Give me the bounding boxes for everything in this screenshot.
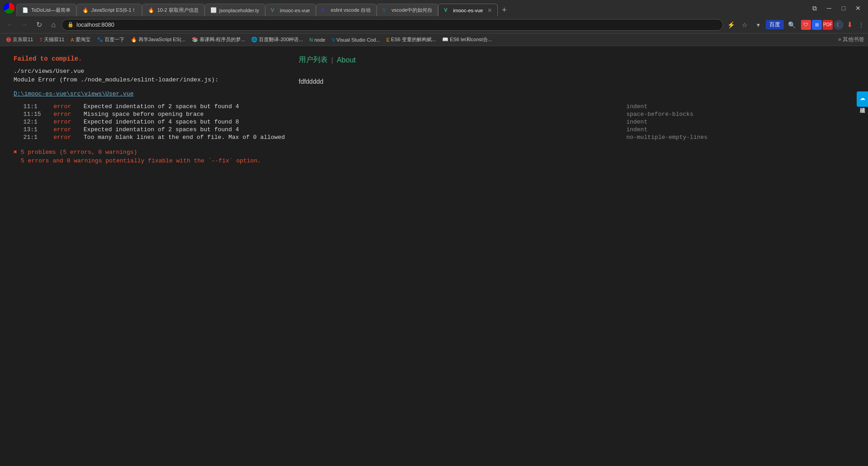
tab-favicon-vscode: V xyxy=(382,7,389,14)
bookmarks-overflow-button[interactable]: » 其他书签 xyxy=(838,36,864,43)
tab-js-es6[interactable]: 🔥 JavaScript ES(6-1！ xyxy=(76,4,143,16)
tab-todo[interactable]: 📄 ToDoList—最简单 xyxy=(16,4,76,16)
bookmark-mooc[interactable]: 📚 慕课网-程序员的梦... xyxy=(189,35,248,44)
tab-jsonph[interactable]: ⬜ jsonplaceholder.ty xyxy=(205,4,265,16)
address-bar[interactable]: 🔒 localhost:8080 xyxy=(62,19,723,31)
bookmark-baidu-label: 百度一下 xyxy=(105,36,124,43)
tab-label-todo: ToDoList—最简单 xyxy=(31,7,71,14)
tab-imooc1[interactable]: V imooc-es-vue xyxy=(265,4,316,16)
darkmode-icon[interactable]: ☾ xyxy=(834,20,844,30)
compile-error-title: Failed to compile. xyxy=(14,55,854,62)
bookmark-es6-label: ES6 变量的解构赋... xyxy=(391,36,436,43)
bookmark-es6-let-icon: 📖 xyxy=(442,37,448,43)
apps-icon[interactable]: ⊞ xyxy=(812,20,822,30)
bookmark-translate-label: 百度翻译-200种语... xyxy=(259,36,303,43)
baidu-search-icon[interactable]: 百度 xyxy=(766,20,784,29)
bookmark-baidu[interactable]: 🐾 百度一下 xyxy=(94,35,127,44)
rss-icon[interactable]: ⬇ xyxy=(844,20,854,30)
tab-close-imooc2[interactable]: ✕ xyxy=(487,7,492,14)
tab-label-imooc1: imooc-es-vue xyxy=(280,8,310,13)
bookmark-node-icon: N xyxy=(310,37,313,43)
error-msg-3: Expected indentation of 4 spaces but fou… xyxy=(74,118,616,126)
tab-favicon-eslint: E xyxy=(322,7,328,14)
back-button[interactable]: ← xyxy=(4,19,16,31)
error-type-3: error xyxy=(44,118,74,126)
bookmark-jd-label: 京东双11 xyxy=(13,36,33,43)
pdf-icon[interactable]: PDF xyxy=(823,20,833,30)
bookmark-star-icon[interactable]: ☆ xyxy=(739,19,750,31)
bookmark-vscode[interactable]: V Visual Studio Cod... xyxy=(329,36,383,43)
bookmark-tmall[interactable]: T 天猫双11 xyxy=(37,35,67,44)
forward-button[interactable]: → xyxy=(18,19,31,31)
error-rule-1: indent xyxy=(616,103,854,110)
bookmark-tmall-icon: T xyxy=(39,37,43,43)
refresh-button[interactable]: ↻ xyxy=(33,19,45,31)
nav-about[interactable]: About xyxy=(337,56,356,64)
tab-fetch[interactable]: 🔥 10-2 获取用户信息 xyxy=(142,4,204,16)
file-link[interactable]: D:\imooc-es-vue\src\views\User.vue xyxy=(14,90,854,97)
error-type-4: error xyxy=(44,126,74,133)
nav-user-list[interactable]: 用户列表 xyxy=(299,55,328,65)
floating-cloud-icon: ☁ xyxy=(859,95,866,101)
lightning-icon[interactable]: ⚡ xyxy=(725,19,737,31)
page-content: Failed to compile. ./src/views/User.vue … xyxy=(0,46,868,466)
home-button[interactable]: ⌂ xyxy=(47,19,60,31)
bookmark-es6-destruct[interactable]: E ES6 变量的解构赋... xyxy=(384,35,439,44)
error-row-3: 12:1 error Expected indentation of 4 spa… xyxy=(14,118,854,126)
bookmark-tmall-label: 天猫双11 xyxy=(44,36,64,43)
error-rule-5: no-multiple-empty-lines xyxy=(616,133,854,141)
bookmark-js-es6[interactable]: 🔥 再学JavaScript ES(... xyxy=(128,35,188,44)
tab-favicon-imooc1: V xyxy=(271,7,277,14)
error-type-1: error xyxy=(44,103,74,110)
more-dropdown-icon[interactable]: ▾ xyxy=(752,19,764,31)
browser-extension-icons: 🛡 ⊞ PDF ☾ ⬇ xyxy=(801,20,854,30)
window-minimize-btn[interactable]: ─ xyxy=(823,2,835,14)
page-nav: 用户列表 | About xyxy=(299,55,356,65)
error-rule-2: space-before-blocks xyxy=(616,110,854,118)
tab-imooc2[interactable]: V imooc-es-vue ✕ xyxy=(438,4,498,16)
error-row-5: 21:1 error Too many blank lines at the e… xyxy=(14,133,854,141)
bookmark-taobao[interactable]: A 爱淘宝 xyxy=(68,35,93,44)
search-icon[interactable]: 🔍 xyxy=(786,19,797,31)
bookmark-translate[interactable]: 🌐 百度翻译-200种语... xyxy=(248,35,305,44)
bookmark-jd[interactable]: 🅙 京东双11 xyxy=(4,35,36,44)
title-bar: 📄 ToDoList—最简单 🔥 JavaScript ES(6-1！ 🔥 10… xyxy=(0,0,868,16)
error-row-1: 11:1 error Expected indentation of 2 spa… xyxy=(14,103,854,110)
bookmark-js-icon: 🔥 xyxy=(131,37,137,43)
new-tab-button[interactable]: + xyxy=(498,4,510,16)
bookmark-jd-icon: 🅙 xyxy=(6,37,11,43)
floating-cloud-button[interactable]: ☁ 福建 xyxy=(857,91,868,107)
bookmark-node[interactable]: N node xyxy=(307,36,328,43)
tab-favicon-fetch: 🔥 xyxy=(148,7,154,14)
chrome-menu-button[interactable]: ⋮ xyxy=(858,21,864,29)
error-rule-4: indent xyxy=(616,126,854,133)
tab-favicon-js: 🔥 xyxy=(82,7,89,14)
bookmark-vscode-icon: V xyxy=(332,37,335,43)
tab-favicon-imooc2: V xyxy=(444,7,450,14)
window-maximize-btn[interactable]: □ xyxy=(837,2,850,14)
tab-vscode[interactable]: V vscode中的如何自 xyxy=(377,4,438,16)
tab-label-eslint: eslint vscode 自动 xyxy=(331,7,371,14)
chrome-logo xyxy=(4,3,14,14)
bookmark-vscode-label: Visual Studio Cod... xyxy=(336,37,380,43)
error-msg-1: Expected indentation of 2 spaces but fou… xyxy=(74,103,616,110)
tab-label-imooc2: imooc-es-vue xyxy=(453,8,483,13)
error-line-3: 12:1 xyxy=(14,118,44,126)
address-lock-icon: 🔒 xyxy=(67,22,74,28)
error-table: 11:1 error Expected indentation of 2 spa… xyxy=(14,103,854,141)
tab-eslint[interactable]: E eslint vscode 自动 xyxy=(316,4,377,16)
tab-label-vscode: vscode中的如何自 xyxy=(391,7,432,14)
error-msg-2: Missing space before opening brace xyxy=(74,110,616,118)
error-line-4: 13:1 xyxy=(14,126,44,133)
error-msg-5: Too many blank lines at the end of file.… xyxy=(74,133,616,141)
tabs-area: 📄 ToDoList—最简单 🔥 JavaScript ES(6-1！ 🔥 10… xyxy=(16,0,803,16)
bookmark-baidu-icon: 🐾 xyxy=(97,37,103,43)
error-type-5: error xyxy=(44,133,74,141)
window-close-btn[interactable]: ✕ xyxy=(852,2,864,14)
360-icon[interactable]: 🛡 xyxy=(801,20,811,30)
tab-label-js: JavaScript ES(6-1！ xyxy=(91,7,137,14)
window-restore-btn[interactable]: ⧉ xyxy=(808,2,821,14)
bookmark-es6-let[interactable]: 📖 ES6 let和const合... xyxy=(439,35,495,44)
address-text: localhost:8080 xyxy=(76,21,114,28)
tab-label-fetch: 10-2 获取用户信息 xyxy=(157,7,198,14)
